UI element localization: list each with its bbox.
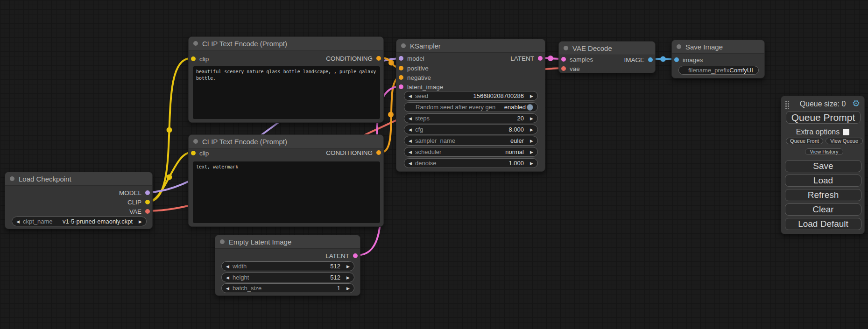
input-slot-model[interactable]: model (399, 54, 424, 63)
increment-arrow-icon[interactable] (343, 264, 350, 269)
output-slot-conditioning[interactable]: CONDITIONING (326, 148, 381, 157)
conditioning-port-icon[interactable] (376, 150, 381, 155)
conditioning-port-icon[interactable] (399, 75, 403, 80)
collapse-dot-icon[interactable] (677, 44, 681, 49)
positive-prompt-textarea[interactable]: beautiful scenery nature glass bottle la… (193, 66, 380, 119)
decrement-arrow-icon[interactable] (409, 127, 415, 132)
increment-arrow-icon[interactable] (527, 150, 533, 154)
node-header[interactable]: VAE Decode (559, 42, 655, 55)
image-port-icon[interactable] (674, 57, 679, 62)
conditioning-port-icon[interactable] (376, 56, 381, 61)
clip-port-icon[interactable] (191, 56, 196, 61)
increment-arrow-icon[interactable] (135, 219, 142, 224)
node-header[interactable]: CLIP Text Encode (Prompt) (189, 135, 383, 148)
queue-panel: Queue size: 0 ⚙ Queue Prompt Extra optio… (781, 96, 865, 234)
collapse-dot-icon[interactable] (10, 176, 14, 181)
input-slot-negative[interactable]: negative (399, 73, 431, 82)
vae-port-icon[interactable] (145, 209, 150, 214)
height-widget[interactable]: height 512 (221, 273, 354, 282)
cfg-widget[interactable]: cfg 8.000 (404, 125, 538, 134)
decrement-arrow-icon[interactable] (409, 161, 415, 166)
decrement-arrow-icon[interactable] (226, 264, 233, 269)
node-header[interactable]: Save Image (672, 40, 764, 54)
output-slot-model[interactable]: MODEL (119, 189, 150, 197)
load-button[interactable]: Load (785, 175, 861, 187)
image-port-icon[interactable] (648, 57, 653, 62)
output-slot-latent[interactable]: LATENT (325, 252, 358, 260)
scheduler-widget[interactable]: scheduler normal (404, 147, 538, 157)
node-load-checkpoint: Load Checkpoint MODEL CLIP VAE ckpt_name… (5, 172, 153, 229)
sampler-name-widget[interactable]: sampler_name euler (404, 136, 538, 146)
collapse-dot-icon[interactable] (193, 41, 198, 46)
decrement-arrow-icon[interactable] (409, 116, 415, 121)
slot-label: CONDITIONING (326, 55, 373, 62)
decrement-arrow-icon[interactable] (226, 286, 233, 291)
input-slot-clip[interactable]: clip (191, 55, 209, 63)
increment-arrow-icon[interactable] (343, 286, 350, 291)
ckpt-name-widget[interactable]: ckpt_name v1-5-pruned-emaonly.ckpt (12, 217, 147, 226)
decrement-arrow-icon[interactable] (409, 94, 415, 98)
toggle-on-icon[interactable] (527, 104, 533, 111)
node-header[interactable]: KSampler (396, 39, 545, 53)
seed-widget[interactable]: seed 156680208700286 (404, 91, 538, 101)
widget-label: height (233, 274, 249, 281)
vae-port-icon[interactable] (561, 66, 566, 71)
node-graph-canvas[interactable]: Load Checkpoint MODEL CLIP VAE ckpt_name… (0, 0, 868, 329)
increment-arrow-icon[interactable] (527, 116, 533, 121)
filename-prefix-widget[interactable]: filename_prefix ComfyUI (678, 66, 759, 75)
node-header[interactable]: Load Checkpoint (5, 172, 152, 186)
output-slot-vae[interactable]: VAE (129, 207, 150, 216)
denoise-widget[interactable]: denoise 1.000 (404, 158, 538, 168)
load-default-button[interactable]: Load Default (785, 218, 861, 230)
save-button[interactable]: Save (785, 160, 861, 172)
negative-prompt-textarea[interactable]: text, watermark (193, 161, 380, 223)
node-header[interactable]: CLIP Text Encode (Prompt) (189, 37, 383, 50)
input-slot-samples[interactable]: samples (561, 55, 593, 63)
latent-port-icon[interactable] (561, 57, 566, 62)
queue-front-button[interactable]: Queue Front (786, 138, 823, 144)
input-slot-vae[interactable]: vae (561, 64, 580, 73)
decrement-arrow-icon[interactable] (226, 275, 233, 280)
input-slot-latent-image[interactable]: latent_image (399, 83, 443, 91)
input-slot-clip[interactable]: clip (191, 149, 209, 157)
batch-size-widget[interactable]: batch_size 1 (221, 283, 354, 293)
output-slot-latent[interactable]: LATENT (510, 54, 543, 63)
collapse-dot-icon[interactable] (401, 43, 406, 48)
width-widget[interactable]: width 512 (221, 261, 354, 271)
extra-options-checkbox[interactable] (843, 129, 849, 135)
increment-arrow-icon[interactable] (527, 127, 533, 132)
view-history-button[interactable]: View History (805, 148, 843, 155)
input-slot-positive[interactable]: positive (399, 64, 429, 72)
input-slot-images[interactable]: images (674, 56, 703, 64)
refresh-button[interactable]: Refresh (785, 189, 861, 201)
latent-port-icon[interactable] (353, 253, 358, 258)
collapse-dot-icon[interactable] (564, 46, 568, 50)
output-slot-image[interactable]: IMAGE (624, 56, 653, 64)
clip-port-icon[interactable] (191, 151, 196, 155)
increment-arrow-icon[interactable] (527, 139, 533, 143)
settings-gear-icon[interactable]: ⚙ (852, 99, 860, 108)
latent-port-icon[interactable] (538, 56, 543, 61)
increment-arrow-icon[interactable] (527, 161, 533, 166)
collapse-dot-icon[interactable] (220, 239, 225, 244)
conditioning-port-icon[interactable] (399, 66, 403, 70)
node-header[interactable]: Empty Latent Image (215, 235, 360, 249)
output-slot-conditioning[interactable]: CONDITIONING (326, 54, 381, 63)
model-port-icon[interactable] (145, 190, 150, 195)
increment-arrow-icon[interactable] (527, 94, 533, 98)
random-seed-toggle-widget[interactable]: Random seed after every gen enabled (404, 102, 538, 112)
collapse-dot-icon[interactable] (193, 139, 198, 144)
queue-prompt-button[interactable]: Queue Prompt (786, 111, 861, 124)
model-port-icon[interactable] (399, 56, 403, 61)
increment-arrow-icon[interactable] (343, 275, 350, 280)
decrement-arrow-icon[interactable] (409, 150, 415, 154)
decrement-arrow-icon[interactable] (409, 139, 415, 143)
decrement-arrow-icon[interactable] (16, 219, 23, 224)
clip-port-icon[interactable] (145, 200, 150, 204)
clear-button[interactable]: Clear (785, 203, 861, 216)
output-slot-clip[interactable]: CLIP (127, 198, 150, 206)
node-empty-latent-image: Empty Latent Image LATENT width 512 heig… (215, 235, 360, 296)
latent-port-icon[interactable] (399, 84, 403, 89)
steps-widget[interactable]: steps 20 (404, 113, 538, 123)
view-queue-button[interactable]: View Queue (826, 138, 863, 144)
